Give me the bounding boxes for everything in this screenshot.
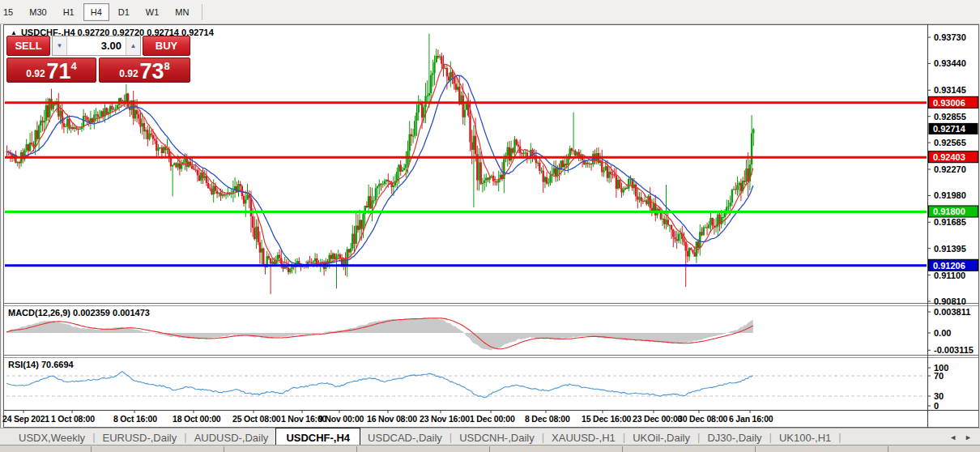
svg-text:1 Dec 00:00: 1 Dec 00:00	[470, 414, 515, 424]
timeframe-button-m30[interactable]: M30	[22, 3, 53, 21]
svg-text:0.92270: 0.92270	[934, 164, 966, 174]
tab-usdcnh-daily[interactable]: USDCNH-,Daily	[452, 429, 541, 446]
svg-text:23 Nov 16:00: 23 Nov 16:00	[420, 414, 470, 424]
svg-text:8 Dec 08:00: 8 Dec 08:00	[525, 414, 570, 424]
tab-scroll-left-icon[interactable]: ◄	[949, 433, 957, 441]
svg-text:0.90810: 0.90810	[934, 296, 966, 306]
svg-text:0: 0	[934, 401, 939, 411]
volume-stepper: ▼ 3.00 ▲	[52, 36, 141, 56]
sell-price-display[interactable]: 0.92 71 4	[6, 58, 96, 83]
tab-separator: |	[838, 429, 841, 446]
sell-price-pips: 4	[71, 60, 77, 72]
price-badge: 0.92714	[929, 123, 978, 134]
svg-text:0.93440: 0.93440	[934, 58, 966, 68]
timeframe-button-h1[interactable]: H1	[56, 3, 82, 21]
price-badge: 0.91800	[929, 206, 978, 217]
svg-text:0.00: 0.00	[934, 328, 951, 338]
svg-text:1 Oct 08:00: 1 Oct 08:00	[51, 414, 95, 424]
tab-audusd-daily[interactable]: AUDUSD-,Daily	[187, 429, 276, 446]
svg-text:0.93730: 0.93730	[934, 32, 966, 42]
tab-scroll-arrows: ◄►	[941, 429, 980, 446]
price-badge: 0.93006	[929, 96, 978, 108]
buy-price-prefix: 0.92	[119, 68, 138, 79]
sell-price-main: 71	[47, 61, 71, 82]
svg-text:25 Oct 08:00: 25 Oct 08:00	[232, 414, 281, 424]
tab-usdx-weekly[interactable]: USDX,Weekly	[11, 429, 92, 446]
svg-text:9 Nov 00:00: 9 Nov 00:00	[318, 414, 364, 424]
volume-decrease-button[interactable]: ▼	[53, 36, 67, 55]
svg-text:0.91980: 0.91980	[934, 190, 966, 200]
buy-price-main: 73	[140, 61, 164, 82]
strip-tick	[224, 446, 224, 452]
svg-text:0.93145: 0.93145	[934, 85, 966, 95]
mt4-window: { "toolbar": { "timeframes": [ {"label":…	[0, 0, 980, 452]
svg-text:0.91100: 0.91100	[934, 271, 965, 280]
price-badge: 0.92403	[929, 151, 978, 163]
strip-tick	[489, 446, 490, 452]
svg-text:0.91800: 0.91800	[933, 207, 965, 216]
svg-text:-0.003115: -0.003115	[934, 345, 974, 355]
tab-ukoil-daily[interactable]: UKOil-,Daily	[625, 429, 697, 446]
volume-input[interactable]: 3.00	[67, 36, 126, 55]
strip-tick	[91, 446, 92, 452]
timeframe-button-d1[interactable]: D1	[111, 3, 137, 21]
tab-usdcad-daily[interactable]: USDCAD-,Daily	[360, 429, 450, 446]
strip-tick	[622, 446, 623, 452]
strip-tick	[755, 446, 756, 452]
svg-text:0.91206: 0.91206	[933, 261, 965, 271]
svg-text:0.003811: 0.003811	[934, 307, 970, 317]
svg-text:15 Dec 16:00: 15 Dec 16:00	[582, 414, 632, 424]
timeframe-button-15[interactable]: 15	[1, 3, 20, 21]
strip-tick	[356, 446, 357, 452]
svg-text:0.92403: 0.92403	[933, 152, 965, 162]
svg-text:0.91395: 0.91395	[934, 244, 966, 254]
svg-text:0.93006: 0.93006	[933, 98, 965, 108]
macd-indicator-label: MACD(12,26,9) 0.002359 0.001473	[8, 308, 150, 318]
one-click-trade-panel: SELL ▼ 3.00 ▲ BUY 0.92 71 4 0.92 73 8	[6, 36, 190, 83]
svg-text:30 Dec 08:00: 30 Dec 08:00	[678, 414, 728, 424]
volume-increase-button[interactable]: ▲	[126, 36, 140, 55]
sell-button[interactable]: SELL	[6, 36, 50, 56]
svg-text:0.92565: 0.92565	[934, 138, 966, 147]
svg-text:24 Sep 2021: 24 Sep 2021	[2, 414, 49, 424]
price-badge: 0.91206	[929, 259, 978, 271]
tab-xauusd-h1[interactable]: XAUUSD-,H1	[544, 429, 623, 446]
svg-text:6 Jan 16:00: 6 Jan 16:00	[729, 414, 773, 424]
svg-text:0.91685: 0.91685	[934, 217, 966, 227]
tab-usdchf-h4[interactable]: USDCHF-,H4	[275, 428, 360, 446]
svg-text:23 Dec 00:00: 23 Dec 00:00	[633, 414, 683, 424]
svg-text:30: 30	[934, 391, 944, 401]
tab-scroll-right-icon[interactable]: ►	[965, 433, 972, 441]
sell-price-prefix: 0.92	[26, 68, 45, 79]
timeframe-button-w1[interactable]: W1	[138, 3, 167, 21]
toolbar-separator	[202, 4, 202, 20]
chart-window-frame	[4, 25, 979, 428]
svg-text:16 Nov 08:00: 16 Nov 08:00	[367, 414, 417, 424]
svg-text:8 Oct 16:00: 8 Oct 16:00	[113, 414, 157, 424]
svg-text:0.92855: 0.92855	[934, 112, 966, 122]
svg-text:0.92714: 0.92714	[933, 124, 966, 134]
buy-button[interactable]: BUY	[143, 36, 190, 56]
tabbar-left-pad	[0, 429, 11, 446]
rsi-indicator-label: RSI(14) 70.6694	[8, 360, 74, 369]
timeframe-button-mn[interactable]: MN	[168, 3, 196, 21]
svg-text:70: 70	[934, 371, 944, 381]
tab-uk100-h1[interactable]: UK100-,H1	[772, 429, 838, 446]
buy-price-pips: 8	[164, 60, 170, 72]
timeframe-button-h4[interactable]: H4	[83, 3, 109, 21]
tab-eurusd-daily[interactable]: EURUSD-,Daily	[96, 429, 185, 446]
timeframe-toolbar: 15M30H1H4D1W1MN	[0, 0, 980, 24]
buy-price-display[interactable]: 0.92 73 8	[99, 58, 190, 83]
tab-dj30-daily[interactable]: DJ30-,Daily	[700, 429, 769, 446]
bottom-strip	[0, 445, 980, 452]
chart-tabbar: USDX,Weekly|EURUSD-,Daily|AUDUSD-,DailyU…	[0, 428, 980, 446]
strip-tick	[888, 446, 888, 452]
svg-text:18 Oct 00:00: 18 Oct 00:00	[173, 414, 221, 424]
